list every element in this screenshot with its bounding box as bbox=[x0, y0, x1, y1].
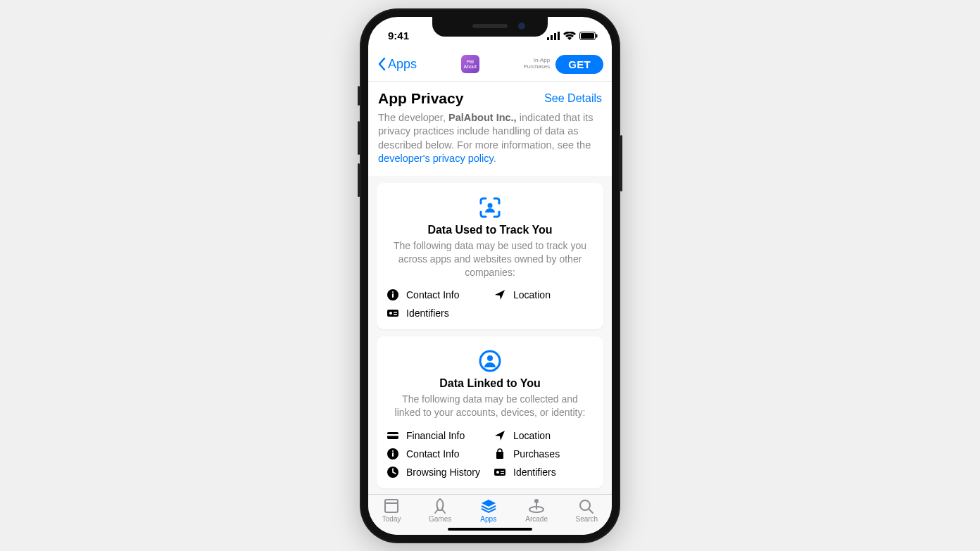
tab-label: Today bbox=[382, 515, 401, 523]
svg-point-24 bbox=[496, 471, 499, 474]
data-item-label: Location bbox=[513, 289, 551, 300]
get-button[interactable]: GET bbox=[555, 55, 603, 74]
tab-label: Games bbox=[429, 515, 451, 523]
back-label: Apps bbox=[388, 57, 417, 72]
svg-rect-2 bbox=[554, 33, 556, 40]
svg-rect-13 bbox=[394, 312, 397, 313]
svg-rect-20 bbox=[392, 450, 394, 452]
svg-rect-9 bbox=[392, 291, 394, 293]
status-time: 9:41 bbox=[388, 30, 409, 42]
contact-icon bbox=[387, 448, 399, 460]
tracking-card: Data Used to Track You The following dat… bbox=[377, 183, 603, 330]
financial-icon bbox=[387, 429, 399, 442]
location-icon bbox=[494, 429, 506, 442]
privacy-description: The developer, PalAbout Inc., indicated … bbox=[378, 111, 602, 166]
identifiers-icon bbox=[494, 466, 506, 479]
svg-rect-11 bbox=[387, 310, 398, 317]
privacy-header: App Privacy See Details The developer, P… bbox=[368, 82, 612, 176]
browsing-icon bbox=[387, 466, 399, 479]
card-description: The following data may be collected and … bbox=[387, 393, 593, 419]
svg-rect-21 bbox=[392, 452, 394, 457]
data-item: Contact Info bbox=[387, 448, 486, 460]
notch bbox=[432, 17, 548, 37]
card-description: The following data may be used to track … bbox=[387, 239, 593, 279]
battery-icon bbox=[579, 32, 598, 40]
linked-card: Data Linked to You The following data ma… bbox=[377, 336, 603, 488]
location-icon bbox=[494, 289, 506, 301]
see-details-link[interactable]: See Details bbox=[544, 92, 602, 105]
arcade-icon bbox=[527, 498, 546, 514]
svg-rect-0 bbox=[547, 37, 549, 40]
card-title: Data Linked to You bbox=[387, 377, 593, 390]
tab-label: Apps bbox=[480, 515, 496, 523]
data-item-label: Contact Info bbox=[406, 448, 460, 460]
tab-search[interactable]: Search bbox=[576, 498, 598, 535]
tracking-icon bbox=[478, 196, 502, 220]
tab-label: Arcade bbox=[525, 515, 548, 523]
svg-rect-25 bbox=[501, 471, 504, 472]
signal-icon bbox=[547, 32, 560, 40]
privacy-policy-link[interactable]: developer's privacy policy bbox=[378, 153, 494, 164]
search-icon bbox=[577, 498, 596, 514]
svg-point-30 bbox=[534, 499, 539, 503]
svg-rect-23 bbox=[494, 469, 505, 476]
developer-name: PalAbout Inc., bbox=[448, 112, 517, 123]
data-item-label: Purchases bbox=[513, 448, 560, 460]
svg-rect-18 bbox=[387, 434, 398, 436]
rocket-icon bbox=[431, 498, 449, 514]
app-icon[interactable]: Pal About bbox=[461, 55, 479, 73]
mute-switch bbox=[358, 86, 360, 106]
data-item: Identifiers bbox=[387, 307, 486, 319]
power-button bbox=[620, 135, 622, 191]
data-item-label: Financial Info bbox=[406, 430, 465, 441]
data-item-label: Browsing History bbox=[406, 467, 480, 478]
svg-rect-5 bbox=[581, 33, 594, 39]
svg-point-7 bbox=[488, 203, 493, 208]
content-area: App Privacy See Details The developer, P… bbox=[368, 82, 612, 494]
linked-icon bbox=[478, 349, 502, 373]
data-item: Location bbox=[494, 289, 593, 301]
svg-rect-26 bbox=[501, 473, 504, 474]
svg-rect-10 bbox=[392, 293, 394, 298]
data-item-label: Identifiers bbox=[513, 467, 556, 478]
svg-point-16 bbox=[487, 355, 493, 361]
nav-header: Apps Pal About In-AppPurchases GET bbox=[368, 48, 612, 82]
data-item: Identifiers bbox=[494, 466, 593, 479]
data-item: Financial Info bbox=[387, 429, 486, 442]
svg-rect-14 bbox=[394, 314, 397, 315]
tab-today[interactable]: Today bbox=[382, 498, 401, 535]
svg-rect-1 bbox=[551, 35, 553, 40]
data-item-label: Contact Info bbox=[406, 289, 460, 300]
back-button[interactable]: Apps bbox=[377, 57, 417, 72]
card-title: Data Used to Track You bbox=[387, 224, 593, 236]
phone-frame: 9:41 Apps Pal About In-AppPurchases GET bbox=[360, 8, 620, 543]
wifi-icon bbox=[563, 32, 576, 40]
data-item: Browsing History bbox=[387, 466, 486, 479]
svg-rect-6 bbox=[596, 34, 598, 37]
data-item: Contact Info bbox=[387, 289, 486, 301]
svg-point-12 bbox=[389, 312, 392, 315]
data-item: Purchases bbox=[494, 448, 593, 460]
volume-up-button bbox=[358, 121, 360, 155]
identifiers-icon bbox=[387, 307, 399, 319]
data-item-label: Location bbox=[513, 430, 551, 441]
data-item: Location bbox=[494, 429, 593, 442]
chevron-left-icon bbox=[377, 57, 387, 71]
apps-icon bbox=[479, 498, 498, 514]
data-item-label: Identifiers bbox=[406, 308, 449, 319]
contact-icon bbox=[387, 289, 399, 301]
svg-line-32 bbox=[589, 509, 593, 513]
volume-down-button bbox=[358, 163, 360, 197]
purchases-icon bbox=[494, 448, 506, 460]
in-app-purchases-label: In-AppPurchases bbox=[523, 58, 550, 70]
today-icon bbox=[382, 498, 401, 514]
tab-label: Search bbox=[576, 515, 598, 523]
svg-rect-27 bbox=[385, 500, 398, 512]
home-indicator[interactable] bbox=[448, 528, 532, 531]
svg-rect-3 bbox=[558, 32, 560, 40]
phone-screen: 9:41 Apps Pal About In-AppPurchases GET bbox=[368, 17, 612, 535]
page-title: App Privacy bbox=[378, 90, 463, 107]
